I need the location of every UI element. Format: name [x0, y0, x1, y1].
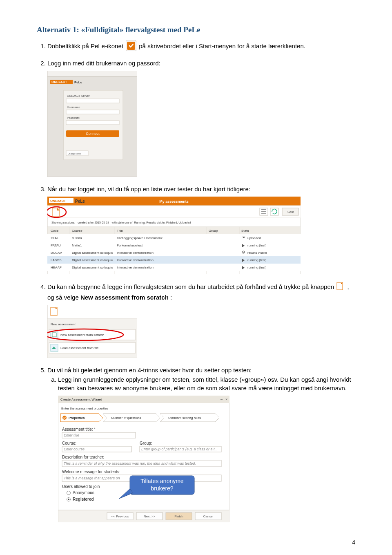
connect-button: Connect: [86, 132, 100, 136]
step-2: Logg inn med ditt brukernavn og passord:…: [47, 59, 355, 179]
wizard-tabs: Properties Number of questions Standard …: [60, 414, 219, 422]
newmenu-screenshot: New assessment New assessment from scrat…: [47, 305, 355, 360]
svg-rect-15: [52, 208, 60, 216]
lbl-desc: Description for teacher:: [62, 455, 104, 459]
tab-questions: Number of questions: [111, 416, 141, 420]
app-title: PeLe: [75, 199, 85, 204]
step-5a: Legg inn grunnleggende opplysninger om t…: [58, 375, 355, 524]
myassessments-header: My assessments: [159, 199, 189, 204]
app-text: PeLe: [74, 81, 82, 84]
ph-welcome: This is a message that appears on: [64, 476, 120, 480]
svg-point-50: [67, 491, 71, 495]
step-4: Du kan nå begynne å legge inn flervalgst…: [47, 282, 355, 360]
step-4-text-d: :: [170, 294, 172, 301]
lbl-welcome: Welcome message for students:: [62, 470, 120, 474]
btn-prev: << Previous: [111, 515, 129, 518]
c: Digital assessment colloquiu: [72, 266, 113, 269]
btn-finish: Finish: [174, 515, 183, 518]
change-server-button: Change server: [68, 152, 81, 155]
step-4-bold: New assessment from scratch: [80, 294, 169, 301]
tab-scoring: Standard scoring rules: [168, 416, 201, 420]
c: Interactive demonstration: [117, 266, 154, 269]
col-group: Group: [209, 229, 218, 233]
svg-rect-8: [66, 121, 119, 125]
c: Matte1: [72, 244, 82, 247]
menu-scratch: New assessment from scratch: [60, 333, 104, 337]
opt-anonymous: Anonymous: [73, 490, 94, 495]
ph-desc: This is a reminder of why the assessment…: [64, 461, 196, 465]
close-icon: ×: [225, 397, 227, 401]
wizard-title: Create Assessment Wizard: [60, 398, 102, 401]
lbl-allowed: Users allowed to join: [62, 484, 100, 489]
svg-point-30: [243, 252, 244, 253]
assessments-screenshot: ONE2ACT PeLe My assessments Sele: [47, 197, 355, 276]
new-document-icon: [336, 282, 345, 293]
c: uploaded: [247, 236, 261, 240]
opt-registered: Registered: [73, 497, 94, 501]
step-5a-text: Legg inn grunnleggende opplysninger om t…: [58, 376, 351, 392]
c: results visible: [247, 251, 267, 255]
c: Interactive demonstration: [117, 251, 154, 255]
tab-properties: Properties: [69, 416, 85, 420]
step-1-text-b: på skrivebordet eller i Start-menyen for…: [139, 43, 305, 49]
minimize-icon: –: [220, 397, 223, 401]
col-code: Code: [51, 229, 59, 233]
login-screenshot: ONE2ACT PeLe ONE2ACT Server Username Pas…: [47, 71, 355, 179]
c: XIIAL: [51, 236, 59, 240]
c: HEAAP: [51, 266, 62, 269]
c: running [test]: [247, 258, 266, 262]
step-5: Du vil nå bli geleidet gjennom en 4-trin…: [47, 366, 355, 524]
step-5-text: Du vil nå bli geleidet gjennom en 4-trin…: [47, 367, 252, 374]
ph-asstitle: Enter title: [64, 433, 79, 437]
pele-app-icon: [126, 40, 136, 53]
svg-point-52: [68, 499, 69, 500]
section-title: Alternativ 1: «Fulldigital» flervalgstes…: [37, 25, 355, 36]
lbl-asstitle: Assessment title: *: [62, 427, 96, 432]
btn-next: Next >>: [144, 515, 155, 518]
lbl-group: Group:: [140, 441, 152, 445]
select-button: Sele: [287, 210, 294, 214]
c: Interactive demonstration: [117, 258, 154, 262]
filter-line: Showing sessions: - created after 2015-0…: [51, 221, 191, 224]
step-3: Når du har logget inn, vil du få opp en …: [47, 185, 355, 276]
step-1-text-a: Dobbeltklikk på PeLe-ikonet: [47, 43, 125, 49]
step-4-text-a: Du kan nå begynne å legge inn flervalgst…: [47, 283, 336, 290]
c: DOLAM: [51, 251, 62, 255]
step-1: Dobbeltklikk på PeLe-ikonet på skrivebor…: [47, 40, 355, 53]
server-label: ONE2ACT Server: [67, 94, 90, 97]
c: Digital assessment colloquiu: [72, 258, 113, 262]
c: running [test]: [247, 266, 266, 269]
col-title: Title: [117, 229, 123, 233]
wizard-intro: Enter the assessment properties: [61, 407, 108, 410]
ph-group: Enter group of participants (e.g. a clas…: [141, 447, 218, 451]
c: PATAU: [51, 244, 61, 247]
svg-rect-6: [66, 99, 119, 103]
wizard-screenshot: Create Assessment Wizard – × Enter the a…: [58, 396, 355, 524]
c: Digital assessment colloquiu: [72, 251, 113, 255]
menu-load: Load assessment from file: [60, 346, 99, 350]
svg-rect-19: [47, 227, 301, 234]
brand-text: ONE2ACT: [51, 80, 67, 84]
c: LABOS: [51, 258, 62, 262]
menu-new: New assessment: [51, 322, 76, 326]
password-label: Password: [67, 116, 80, 119]
c: running [test]: [247, 244, 266, 247]
username-label: Username: [67, 106, 80, 109]
c: 8. trinn: [72, 236, 82, 240]
step-3-text: Når du har logget inn, vil du få opp en …: [47, 186, 250, 192]
ph-course: Enter course: [64, 447, 85, 451]
lbl-course: Course:: [62, 441, 76, 445]
svg-rect-3: [47, 71, 137, 76]
btn-cancel: Cancel: [203, 515, 214, 518]
svg-rect-7: [66, 110, 119, 114]
svg-text:brukere?: brukere?: [151, 485, 173, 492]
col-state: State: [241, 229, 249, 233]
svg-rect-24: [47, 234, 301, 242]
step-2-text: Logg inn med ditt brukernavn og passord:: [47, 60, 160, 67]
c: Kartleggingsprøve i matematikk: [117, 236, 163, 240]
brand-text: ONE2ACT: [50, 199, 66, 203]
step-list: Dobbeltklikk på PeLe-ikonet på skrivebor…: [47, 40, 355, 524]
col-course: Course: [72, 229, 82, 233]
page-number: 4: [352, 539, 355, 547]
c: Forkunnskapstest: [117, 244, 143, 247]
